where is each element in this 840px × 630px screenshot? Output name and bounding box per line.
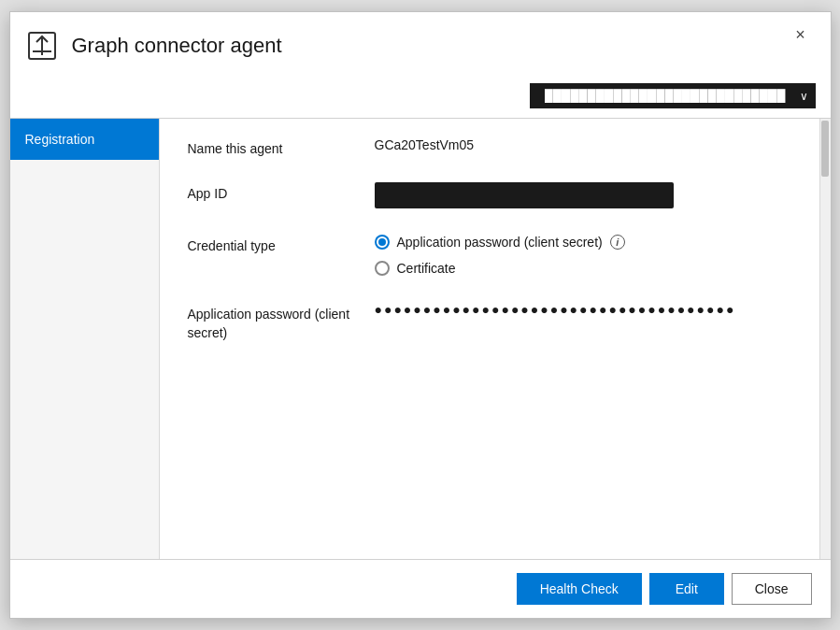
info-icon-app-password[interactable]: i <box>610 235 625 250</box>
dialog-title: Graph connector agent <box>72 34 282 58</box>
form-area: Name this agent GCa20TestVm05 App ID Cre… <box>160 119 819 559</box>
health-check-button[interactable]: Health Check <box>517 573 642 605</box>
form-row-password: Application password (client secret) ●●●… <box>188 302 791 342</box>
agent-dropdown[interactable]: ████████████████████████████ <box>530 83 816 108</box>
credential-radio-group: Application password (client secret) i C… <box>375 235 625 276</box>
dropdown-bar: ████████████████████████████ ∨ <box>10 78 831 119</box>
app-icon <box>25 29 59 63</box>
close-window-button[interactable]: × <box>786 20 816 50</box>
radio-btn-certificate[interactable] <box>375 261 390 276</box>
scrollbar-thumb[interactable] <box>821 121 829 177</box>
main-content: Registration Name this agent GCa20TestVm… <box>10 119 831 559</box>
edit-button[interactable]: Edit <box>649 573 724 605</box>
label-name-agent: Name this agent <box>188 137 375 156</box>
value-app-id <box>375 182 674 208</box>
radio-certificate[interactable]: Certificate <box>375 261 625 276</box>
radio-btn-app-password[interactable] <box>375 235 390 250</box>
form-row-appid: App ID <box>188 182 791 208</box>
label-credential-type: Credential type <box>188 235 375 253</box>
sidebar-item-registration[interactable]: Registration <box>10 119 159 160</box>
close-button[interactable]: Close <box>732 573 812 605</box>
footer: Health Check Edit Close <box>10 559 831 618</box>
form-row-credential: Credential type Application password (cl… <box>188 235 791 276</box>
value-name-agent: GCa20TestVm05 <box>375 137 475 152</box>
radio-label-app-password: Application password (client secret) <box>397 235 603 250</box>
label-app-password: Application password (client secret) <box>188 302 375 342</box>
radio-label-certificate: Certificate <box>397 261 456 276</box>
title-left: Graph connector agent <box>25 29 282 63</box>
radio-app-password[interactable]: Application password (client secret) i <box>375 235 625 250</box>
dropdown-wrapper[interactable]: ████████████████████████████ ∨ <box>530 83 816 108</box>
form-row-name: Name this agent GCa20TestVm05 <box>188 137 791 156</box>
title-bar: Graph connector agent × <box>10 12 831 78</box>
sidebar: Registration <box>10 119 160 559</box>
label-app-id: App ID <box>188 182 375 201</box>
dialog-window: Graph connector agent × ████████████████… <box>9 11 832 619</box>
value-app-password: ●●●●●●●●●●●●●●●●●●●●●●●●●●●●●●●●●●●●● <box>375 302 736 317</box>
scrollbar-track[interactable] <box>819 119 831 559</box>
